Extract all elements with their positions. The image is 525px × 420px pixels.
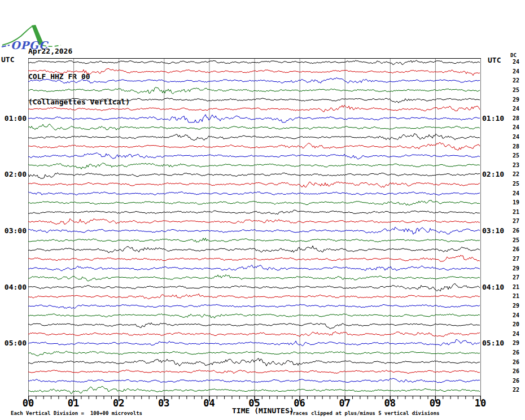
dc-value: 29 [513,97,519,103]
dc-value: 26 [513,247,519,252]
seismo-trace-row-6 [28,105,480,112]
seismo-trace-row-34 [28,370,480,374]
dc-value: 26 [513,369,519,374]
dc-value: 24 [513,106,519,112]
seismo-trace-row-10 [28,143,480,150]
hour-label-right: 02:10 [482,170,504,178]
dc-value: 28 [513,144,519,150]
header-date: Apr22,2026 [28,47,130,55]
dc-value: 29 [513,303,519,309]
seismo-trace-row-25 [28,283,480,291]
seismo-trace-row-35 [28,378,480,383]
dc-value: 23 [513,163,519,168]
dc-value: 24 [513,69,519,75]
x-axis-title: TIME (MINUTES) [232,407,294,414]
dc-value: 24 [513,59,519,65]
seismo-trace-row-3 [28,77,480,83]
dc-value: 26 [513,350,519,356]
x-tick-label: 09 [426,399,445,408]
x-tick-label: 03 [154,399,173,408]
seismo-trace-row-23 [28,265,480,271]
seismo-trace-row-9 [28,134,480,141]
hour-label-left: 05:00 [0,339,27,347]
helicorder-plot [28,58,481,405]
seismo-trace-row-19 [28,227,480,234]
hour-label-left: 03:00 [0,227,27,234]
seismo-trace-row-17 [28,210,480,215]
vertical-division-note: Each Vertical Division = 100+00 microvol… [11,411,142,416]
dc-value: 21 [513,285,519,290]
hour-label-right: 04:10 [482,283,504,291]
dc-value: 27 [513,218,519,224]
dc-value: 27 [513,275,519,281]
helicorder-page: OPGC Apr22,2026 COLF HHZ FR 00 (Collange… [0,0,525,420]
hour-label-right: 01:10 [482,115,504,122]
seismo-trace-row-31 [28,339,480,345]
seismo-trace-row-36 [28,387,480,394]
dc-value: 25 [513,238,519,243]
dc-value: 25 [513,153,519,159]
dc-value: 24 [513,313,519,318]
dc-value: 24 [513,134,519,140]
seismo-trace-row-30 [28,331,480,336]
dc-value: 25 [513,88,519,93]
left-utc-label: UTC [1,55,14,64]
seismo-trace-row-11 [28,153,480,160]
seismo-trace-row-12 [28,163,480,169]
dc-value: 26 [513,360,519,365]
seismo-trace-row-15 [28,191,480,195]
dc-value: 19 [513,200,519,205]
seismo-trace-row-27 [28,304,480,309]
dc-value: 22 [513,387,519,393]
seismo-trace-row-14 [28,182,480,187]
dc-value: 29 [513,340,519,346]
dc-value: 20 [513,322,519,327]
dc-value: 21 [513,209,519,215]
x-tick-label: 01 [64,399,83,408]
seismo-trace-row-21 [28,246,480,253]
seismo-trace-row-7 [28,115,480,123]
hour-label-right: 03:10 [482,227,504,234]
seismo-trace-row-13 [28,173,480,179]
dc-value: 24 [513,331,519,337]
seismo-trace-row-28 [28,314,480,318]
x-tick-label: 07 [335,399,355,408]
seismo-trace-row-32 [28,351,480,356]
seismo-trace-row-22 [28,255,480,261]
dc-value: 29 [513,266,519,272]
seismo-trace-row-18 [28,218,480,224]
x-tick-label: 10 [471,399,490,408]
dc-value: 22 [513,78,519,84]
x-tick-label: 00 [19,399,38,408]
seismo-trace-row-16 [28,200,480,205]
hour-label-left: 02:00 [0,170,27,178]
x-tick-label: 02 [109,399,128,408]
dc-value: 27 [513,256,519,262]
x-tick-label: 04 [199,399,218,408]
seismo-trace-row-2 [28,68,480,76]
seismo-trace-row-4 [28,88,480,94]
seismo-trace-row-33 [28,358,480,366]
dc-value: 22 [513,172,519,177]
dc-value: 26 [513,378,519,384]
dc-value: 21 [513,294,519,299]
dc-value: 26 [513,228,519,234]
seismo-trace-row-5 [28,98,480,103]
dc-value: 28 [513,116,519,121]
dc-value: 25 [513,181,519,187]
hour-label-left: 04:00 [0,283,27,291]
clipping-note: Traces clipped at plus/minus 5 vertical … [290,411,440,416]
seismo-trace-row-8 [28,124,480,130]
dc-value: 24 [513,191,519,196]
dc-column-header: DC [510,53,517,58]
seismo-trace-row-29 [28,323,480,329]
dc-value: 24 [513,125,519,130]
seismo-trace-row-26 [28,294,480,299]
plot-area [28,58,481,405]
right-utc-label: UTC [488,56,501,64]
x-tick-label: 08 [380,399,400,408]
seismo-trace-row-1 [28,60,480,65]
hour-label-right: 05:10 [482,339,504,347]
seismo-trace-row-20 [28,238,480,243]
seismo-trace-row-24 [28,275,480,282]
